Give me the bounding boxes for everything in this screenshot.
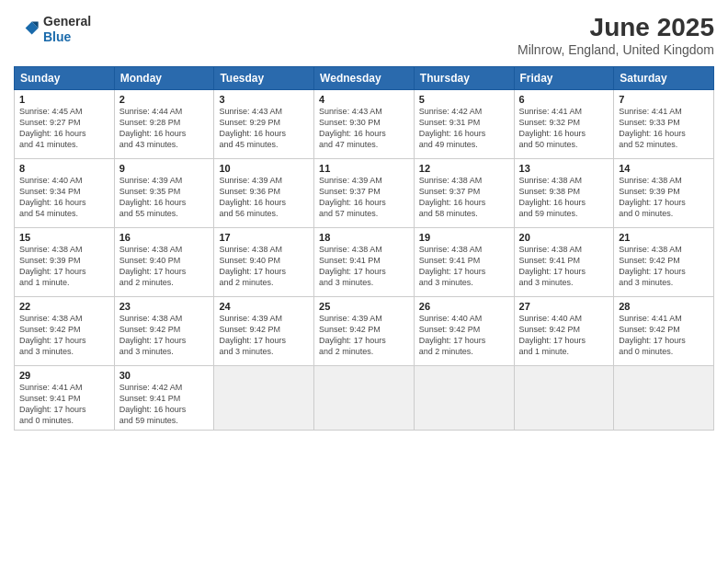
calendar-cell: 6Sunrise: 4:41 AM Sunset: 9:32 PM Daylig… — [514, 89, 614, 158]
calendar-cell — [414, 365, 514, 431]
day-info: Sunrise: 4:44 AM Sunset: 9:28 PM Dayligh… — [119, 106, 210, 151]
day-number: 23 — [119, 301, 210, 312]
day-number: 19 — [419, 232, 509, 243]
calendar-cell: 28Sunrise: 4:41 AM Sunset: 9:42 PM Dayli… — [614, 296, 714, 365]
day-number: 2 — [119, 94, 210, 105]
day-number: 5 — [419, 94, 509, 105]
calendar-cell: 2Sunrise: 4:44 AM Sunset: 9:28 PM Daylig… — [114, 89, 214, 158]
calendar-cell: 12Sunrise: 4:38 AM Sunset: 9:37 PM Dayli… — [414, 158, 514, 227]
calendar-cell: 26Sunrise: 4:40 AM Sunset: 9:42 PM Dayli… — [414, 296, 514, 365]
day-info: Sunrise: 4:38 AM Sunset: 9:40 PM Dayligh… — [219, 244, 309, 289]
day-number: 26 — [419, 301, 509, 312]
day-number: 20 — [519, 232, 609, 243]
day-info: Sunrise: 4:41 AM Sunset: 9:33 PM Dayligh… — [619, 106, 709, 151]
header-monday: Monday — [114, 66, 214, 89]
day-info: Sunrise: 4:38 AM Sunset: 9:41 PM Dayligh… — [319, 244, 409, 289]
calendar-cell: 13Sunrise: 4:38 AM Sunset: 9:38 PM Dayli… — [514, 158, 614, 227]
day-info: Sunrise: 4:38 AM Sunset: 9:42 PM Dayligh… — [119, 313, 210, 358]
calendar-cell: 25Sunrise: 4:39 AM Sunset: 9:42 PM Dayli… — [314, 296, 415, 365]
day-info: Sunrise: 4:43 AM Sunset: 9:30 PM Dayligh… — [319, 106, 409, 151]
day-number: 17 — [219, 232, 309, 243]
day-number: 14 — [619, 163, 709, 174]
title-block: June 2025 Milnrow, England, United Kingd… — [518, 14, 714, 57]
day-info: Sunrise: 4:42 AM Sunset: 9:41 PM Dayligh… — [119, 382, 210, 427]
calendar-cell: 22Sunrise: 4:38 AM Sunset: 9:42 PM Dayli… — [15, 296, 115, 365]
day-info: Sunrise: 4:42 AM Sunset: 9:31 PM Dayligh… — [419, 106, 509, 151]
calendar-week-row: 22Sunrise: 4:38 AM Sunset: 9:42 PM Dayli… — [15, 296, 714, 365]
day-info: Sunrise: 4:40 AM Sunset: 9:42 PM Dayligh… — [519, 313, 609, 358]
calendar-cell: 4Sunrise: 4:43 AM Sunset: 9:30 PM Daylig… — [314, 89, 415, 158]
day-info: Sunrise: 4:38 AM Sunset: 9:40 PM Dayligh… — [119, 244, 210, 289]
calendar-cell — [514, 365, 614, 431]
header-friday: Friday — [514, 66, 614, 89]
calendar-cell: 5Sunrise: 4:42 AM Sunset: 9:31 PM Daylig… — [414, 89, 514, 158]
day-number: 10 — [219, 163, 309, 174]
logo-text-blue: Blue — [43, 29, 91, 45]
day-info: Sunrise: 4:40 AM Sunset: 9:42 PM Dayligh… — [419, 313, 509, 358]
day-number: 18 — [319, 232, 409, 243]
calendar-week-row: 29Sunrise: 4:41 AM Sunset: 9:41 PM Dayli… — [15, 365, 714, 431]
calendar-cell: 15Sunrise: 4:38 AM Sunset: 9:39 PM Dayli… — [15, 227, 115, 296]
page-header: General Blue June 2025 Milnrow, England,… — [14, 14, 714, 57]
calendar-cell: 16Sunrise: 4:38 AM Sunset: 9:40 PM Dayli… — [114, 227, 214, 296]
day-number: 9 — [119, 163, 210, 174]
calendar-header-row: Sunday Monday Tuesday Wednesday Thursday… — [15, 66, 714, 89]
calendar-cell: 18Sunrise: 4:38 AM Sunset: 9:41 PM Dayli… — [314, 227, 415, 296]
day-info: Sunrise: 4:38 AM Sunset: 9:42 PM Dayligh… — [19, 313, 109, 358]
calendar-week-row: 1Sunrise: 4:45 AM Sunset: 9:27 PM Daylig… — [15, 89, 714, 158]
day-info: Sunrise: 4:38 AM Sunset: 9:39 PM Dayligh… — [619, 175, 709, 220]
calendar-table: Sunday Monday Tuesday Wednesday Thursday… — [14, 66, 714, 431]
calendar-cell: 17Sunrise: 4:38 AM Sunset: 9:40 PM Dayli… — [214, 227, 314, 296]
calendar-cell: 7Sunrise: 4:41 AM Sunset: 9:33 PM Daylig… — [614, 89, 714, 158]
day-info: Sunrise: 4:38 AM Sunset: 9:42 PM Dayligh… — [619, 244, 709, 289]
day-number: 24 — [219, 301, 309, 312]
calendar-cell: 14Sunrise: 4:38 AM Sunset: 9:39 PM Dayli… — [614, 158, 714, 227]
day-info: Sunrise: 4:38 AM Sunset: 9:41 PM Dayligh… — [519, 244, 609, 289]
day-number: 12 — [419, 163, 509, 174]
day-number: 28 — [619, 301, 709, 312]
day-info: Sunrise: 4:38 AM Sunset: 9:41 PM Dayligh… — [419, 244, 509, 289]
day-number: 1 — [19, 94, 109, 105]
calendar-cell: 8Sunrise: 4:40 AM Sunset: 9:34 PM Daylig… — [15, 158, 115, 227]
calendar-cell: 19Sunrise: 4:38 AM Sunset: 9:41 PM Dayli… — [414, 227, 514, 296]
day-info: Sunrise: 4:41 AM Sunset: 9:42 PM Dayligh… — [619, 313, 709, 358]
day-number: 29 — [19, 370, 109, 381]
day-info: Sunrise: 4:38 AM Sunset: 9:39 PM Dayligh… — [19, 244, 109, 289]
day-info: Sunrise: 4:39 AM Sunset: 9:42 PM Dayligh… — [319, 313, 409, 358]
calendar-cell: 10Sunrise: 4:39 AM Sunset: 9:36 PM Dayli… — [214, 158, 314, 227]
day-number: 21 — [619, 232, 709, 243]
day-number: 6 — [519, 94, 609, 105]
calendar-cell: 20Sunrise: 4:38 AM Sunset: 9:41 PM Dayli… — [514, 227, 614, 296]
calendar-cell: 27Sunrise: 4:40 AM Sunset: 9:42 PM Dayli… — [514, 296, 614, 365]
calendar-page: General Blue June 2025 Milnrow, England,… — [0, 0, 728, 563]
calendar-title: June 2025 — [518, 14, 714, 42]
calendar-cell — [314, 365, 415, 431]
day-number: 7 — [619, 94, 709, 105]
header-saturday: Saturday — [614, 66, 714, 89]
calendar-cell: 11Sunrise: 4:39 AM Sunset: 9:37 PM Dayli… — [314, 158, 415, 227]
header-tuesday: Tuesday — [214, 66, 314, 89]
calendar-cell: 3Sunrise: 4:43 AM Sunset: 9:29 PM Daylig… — [214, 89, 314, 158]
day-info: Sunrise: 4:40 AM Sunset: 9:34 PM Dayligh… — [19, 175, 109, 220]
calendar-cell: 24Sunrise: 4:39 AM Sunset: 9:42 PM Dayli… — [214, 296, 314, 365]
day-info: Sunrise: 4:41 AM Sunset: 9:41 PM Dayligh… — [19, 382, 109, 427]
day-number: 25 — [319, 301, 409, 312]
calendar-week-row: 8Sunrise: 4:40 AM Sunset: 9:34 PM Daylig… — [15, 158, 714, 227]
day-number: 15 — [19, 232, 109, 243]
day-number: 13 — [519, 163, 609, 174]
day-number: 3 — [219, 94, 309, 105]
calendar-cell: 1Sunrise: 4:45 AM Sunset: 9:27 PM Daylig… — [15, 89, 115, 158]
calendar-cell: 9Sunrise: 4:39 AM Sunset: 9:35 PM Daylig… — [114, 158, 214, 227]
day-info: Sunrise: 4:39 AM Sunset: 9:36 PM Dayligh… — [219, 175, 309, 220]
calendar-cell: 21Sunrise: 4:38 AM Sunset: 9:42 PM Dayli… — [614, 227, 714, 296]
logo-icon — [14, 17, 40, 42]
calendar-cell: 23Sunrise: 4:38 AM Sunset: 9:42 PM Dayli… — [114, 296, 214, 365]
day-info: Sunrise: 4:39 AM Sunset: 9:35 PM Dayligh… — [119, 175, 210, 220]
day-number: 27 — [519, 301, 609, 312]
calendar-subtitle: Milnrow, England, United Kingdom — [518, 42, 714, 57]
day-number: 30 — [119, 370, 210, 381]
calendar-cell — [614, 365, 714, 431]
day-number: 8 — [19, 163, 109, 174]
day-number: 22 — [19, 301, 109, 312]
day-info: Sunrise: 4:38 AM Sunset: 9:37 PM Dayligh… — [419, 175, 509, 220]
